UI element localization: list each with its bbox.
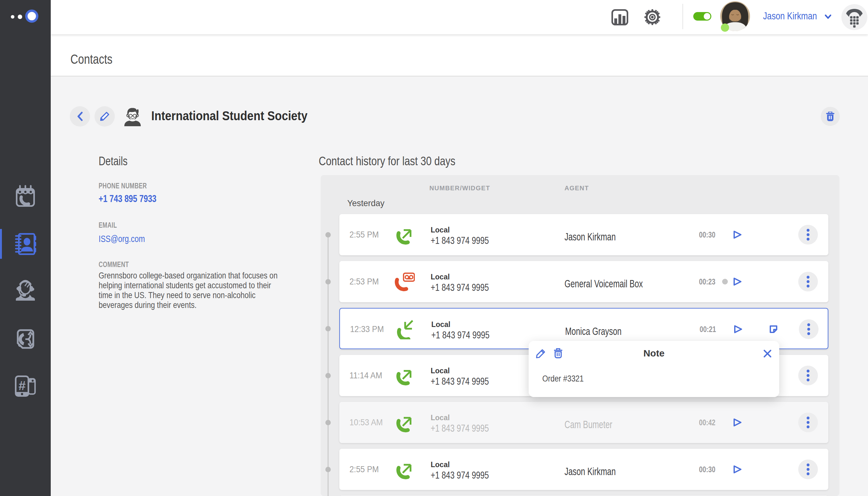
svg-text:#: #: [18, 379, 25, 393]
